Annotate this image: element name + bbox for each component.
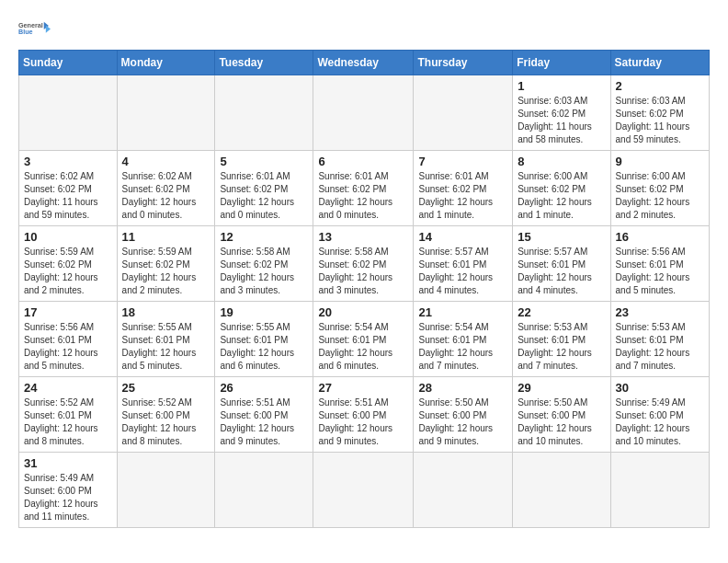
day-number: 13	[318, 230, 408, 244]
day-info: Sunrise: 6:00 AM Sunset: 6:02 PM Dayligh…	[616, 170, 704, 222]
day-number: 27	[318, 381, 408, 395]
calendar-cell: 18Sunrise: 5:55 AM Sunset: 6:01 PM Dayli…	[117, 302, 215, 377]
calendar-table: SundayMondayTuesdayWednesdayThursdayFrid…	[18, 50, 710, 528]
day-number: 1	[518, 79, 605, 93]
day-info: Sunrise: 5:56 AM Sunset: 6:01 PM Dayligh…	[616, 246, 704, 297]
day-number: 16	[616, 230, 704, 244]
day-info: Sunrise: 5:57 AM Sunset: 6:01 PM Dayligh…	[418, 246, 507, 297]
calendar-cell: 6Sunrise: 6:01 AM Sunset: 6:02 PM Daylig…	[313, 151, 414, 226]
page-header: GeneralBlue	[18, 15, 710, 42]
day-info: Sunrise: 5:57 AM Sunset: 6:01 PM Dayligh…	[518, 246, 605, 297]
day-info: Sunrise: 5:49 AM Sunset: 6:00 PM Dayligh…	[24, 472, 112, 523]
day-info: Sunrise: 5:51 AM Sunset: 6:00 PM Dayligh…	[220, 396, 308, 448]
day-info: Sunrise: 5:54 AM Sunset: 6:01 PM Dayligh…	[418, 321, 507, 373]
day-number: 10	[24, 230, 112, 244]
calendar-cell: 29Sunrise: 5:50 AM Sunset: 6:00 PM Dayli…	[513, 377, 610, 453]
calendar-cell: 24Sunrise: 5:52 AM Sunset: 6:01 PM Dayli…	[19, 377, 118, 453]
calendar-cell: 16Sunrise: 5:56 AM Sunset: 6:01 PM Dayli…	[610, 226, 709, 302]
calendar-body: 1Sunrise: 6:03 AM Sunset: 6:02 PM Daylig…	[19, 75, 710, 528]
calendar-cell: 10Sunrise: 5:59 AM Sunset: 6:02 PM Dayli…	[19, 226, 118, 302]
day-number: 26	[220, 381, 308, 395]
day-info: Sunrise: 6:02 AM Sunset: 6:02 PM Dayligh…	[122, 170, 210, 222]
calendar-cell: 11Sunrise: 5:59 AM Sunset: 6:02 PM Dayli…	[117, 226, 215, 302]
day-number: 17	[24, 305, 112, 319]
calendar-cell: 20Sunrise: 5:54 AM Sunset: 6:01 PM Dayli…	[313, 302, 414, 377]
day-info: Sunrise: 5:55 AM Sunset: 6:01 PM Dayligh…	[220, 321, 308, 373]
svg-marker-3	[46, 25, 51, 32]
calendar-cell: 2Sunrise: 6:03 AM Sunset: 6:02 PM Daylig…	[610, 75, 709, 151]
calendar-week-3: 10Sunrise: 5:59 AM Sunset: 6:02 PM Dayli…	[19, 226, 710, 302]
calendar-week-1: 1Sunrise: 6:03 AM Sunset: 6:02 PM Daylig…	[19, 75, 710, 151]
day-info: Sunrise: 5:59 AM Sunset: 6:02 PM Dayligh…	[24, 246, 112, 297]
day-number: 29	[518, 381, 605, 395]
day-info: Sunrise: 5:56 AM Sunset: 6:01 PM Dayligh…	[24, 321, 112, 373]
column-header-sunday: Sunday	[19, 51, 118, 75]
column-header-friday: Friday	[513, 51, 610, 75]
calendar-cell: 27Sunrise: 5:51 AM Sunset: 6:00 PM Dayli…	[313, 377, 414, 453]
day-number: 8	[518, 155, 605, 168]
calendar-header-row: SundayMondayTuesdayWednesdayThursdayFrid…	[19, 51, 710, 75]
calendar-cell	[313, 453, 414, 528]
day-number: 25	[122, 381, 210, 395]
day-number: 4	[122, 155, 210, 168]
calendar-cell: 15Sunrise: 5:57 AM Sunset: 6:01 PM Dayli…	[513, 226, 610, 302]
calendar-cell: 9Sunrise: 6:00 AM Sunset: 6:02 PM Daylig…	[610, 151, 709, 226]
calendar-cell: 26Sunrise: 5:51 AM Sunset: 6:00 PM Dayli…	[215, 377, 313, 453]
calendar-cell	[513, 453, 610, 528]
day-info: Sunrise: 5:55 AM Sunset: 6:01 PM Dayligh…	[122, 321, 210, 373]
day-number: 3	[24, 155, 112, 168]
calendar-cell: 3Sunrise: 6:02 AM Sunset: 6:02 PM Daylig…	[19, 151, 118, 226]
day-info: Sunrise: 6:03 AM Sunset: 6:02 PM Dayligh…	[518, 95, 605, 146]
calendar-cell: 8Sunrise: 6:00 AM Sunset: 6:02 PM Daylig…	[513, 151, 610, 226]
logo-icon: GeneralBlue	[18, 15, 51, 42]
day-number: 5	[220, 155, 308, 168]
day-info: Sunrise: 5:50 AM Sunset: 6:00 PM Dayligh…	[518, 396, 605, 448]
calendar-cell	[19, 75, 118, 151]
calendar-cell: 17Sunrise: 5:56 AM Sunset: 6:01 PM Dayli…	[19, 302, 118, 377]
calendar-week-6: 31Sunrise: 5:49 AM Sunset: 6:00 PM Dayli…	[19, 453, 710, 528]
calendar-cell: 1Sunrise: 6:03 AM Sunset: 6:02 PM Daylig…	[513, 75, 610, 151]
day-number: 15	[518, 230, 605, 244]
calendar-cell: 12Sunrise: 5:58 AM Sunset: 6:02 PM Dayli…	[215, 226, 313, 302]
calendar-cell: 19Sunrise: 5:55 AM Sunset: 6:01 PM Dayli…	[215, 302, 313, 377]
calendar-cell	[117, 453, 215, 528]
day-number: 28	[418, 381, 507, 395]
day-number: 20	[318, 305, 408, 319]
calendar-cell: 21Sunrise: 5:54 AM Sunset: 6:01 PM Dayli…	[414, 302, 513, 377]
calendar-cell	[215, 453, 313, 528]
calendar-cell: 22Sunrise: 5:53 AM Sunset: 6:01 PM Dayli…	[513, 302, 610, 377]
day-info: Sunrise: 6:01 AM Sunset: 6:02 PM Dayligh…	[418, 170, 507, 222]
day-info: Sunrise: 5:50 AM Sunset: 6:00 PM Dayligh…	[418, 396, 507, 448]
day-number: 21	[418, 305, 507, 319]
calendar-cell	[215, 75, 313, 151]
day-number: 12	[220, 230, 308, 244]
day-info: Sunrise: 6:02 AM Sunset: 6:02 PM Dayligh…	[24, 170, 112, 222]
calendar-cell: 7Sunrise: 6:01 AM Sunset: 6:02 PM Daylig…	[414, 151, 513, 226]
calendar-cell: 5Sunrise: 6:01 AM Sunset: 6:02 PM Daylig…	[215, 151, 313, 226]
day-number: 31	[24, 456, 112, 470]
day-info: Sunrise: 5:59 AM Sunset: 6:02 PM Dayligh…	[122, 246, 210, 297]
day-number: 22	[518, 305, 605, 319]
day-number: 30	[616, 381, 704, 395]
calendar-cell	[117, 75, 215, 151]
day-number: 11	[122, 230, 210, 244]
day-info: Sunrise: 5:58 AM Sunset: 6:02 PM Dayligh…	[318, 246, 408, 297]
calendar-cell: 14Sunrise: 5:57 AM Sunset: 6:01 PM Dayli…	[414, 226, 513, 302]
calendar-cell: 28Sunrise: 5:50 AM Sunset: 6:00 PM Dayli…	[414, 377, 513, 453]
column-header-tuesday: Tuesday	[215, 51, 313, 75]
day-info: Sunrise: 5:53 AM Sunset: 6:01 PM Dayligh…	[616, 321, 704, 373]
day-info: Sunrise: 6:01 AM Sunset: 6:02 PM Dayligh…	[220, 170, 308, 222]
calendar-cell: 23Sunrise: 5:53 AM Sunset: 6:01 PM Dayli…	[610, 302, 709, 377]
calendar-week-2: 3Sunrise: 6:02 AM Sunset: 6:02 PM Daylig…	[19, 151, 710, 226]
calendar-cell: 4Sunrise: 6:02 AM Sunset: 6:02 PM Daylig…	[117, 151, 215, 226]
day-number: 7	[418, 155, 507, 168]
day-number: 18	[122, 305, 210, 319]
day-number: 14	[418, 230, 507, 244]
column-header-wednesday: Wednesday	[313, 51, 414, 75]
logo: GeneralBlue	[18, 15, 51, 42]
svg-text:Blue: Blue	[18, 28, 33, 36]
day-info: Sunrise: 5:58 AM Sunset: 6:02 PM Dayligh…	[220, 246, 308, 297]
calendar-cell	[414, 453, 513, 528]
day-number: 2	[616, 79, 704, 93]
day-info: Sunrise: 6:00 AM Sunset: 6:02 PM Dayligh…	[518, 170, 605, 222]
